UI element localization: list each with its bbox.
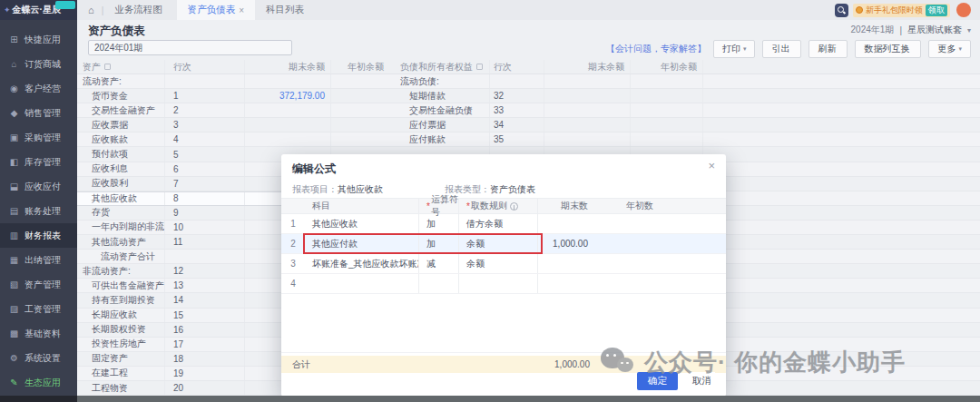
formula-row[interactable]: 1 其他应收款 加 借方余额 bbox=[281, 214, 726, 234]
operator-cell[interactable]: 加 bbox=[419, 234, 459, 253]
sidebar-item-label: 生态应用 bbox=[24, 377, 61, 389]
sidebar-nav: ⊞ 快捷应用 ⌂ 订货商城 ◉ 客户经营 ◆ 销售管理 bbox=[0, 20, 77, 395]
row-item-name: 在建工程 bbox=[77, 367, 165, 380]
subject-cell[interactable] bbox=[305, 274, 419, 293]
tab-close-icon[interactable]: × bbox=[239, 5, 244, 15]
expert-help-link[interactable]: 【会计问题，专家解答】 bbox=[606, 43, 706, 55]
row-ending-balance[interactable] bbox=[245, 103, 331, 117]
close-icon[interactable]: × bbox=[708, 160, 715, 172]
search-icon[interactable] bbox=[835, 4, 848, 17]
confirm-button[interactable]: 确定 bbox=[637, 372, 678, 390]
rule-cell[interactable] bbox=[459, 274, 538, 293]
row-ending-balance[interactable] bbox=[245, 118, 331, 132]
table-row[interactable]: 应收账款 4 bbox=[77, 132, 395, 147]
promo-action-button[interactable]: 领取 bbox=[926, 5, 947, 16]
sidebar-item[interactable]: ⌂ 订货商城 bbox=[0, 52, 77, 76]
row-ending-balance[interactable] bbox=[245, 74, 331, 88]
row-item-name: 持有至到期投资 bbox=[77, 293, 165, 307]
rule-cell[interactable]: 借方余额 bbox=[459, 214, 538, 233]
toolbar-button[interactable]: 打印 ▾ bbox=[713, 40, 756, 58]
row-ending-balance[interactable] bbox=[245, 132, 331, 146]
sidebar-item[interactable]: ◧ 库存管理 bbox=[0, 150, 77, 174]
sidebar-item[interactable]: ▣ 采购管理 bbox=[0, 125, 77, 150]
filter-icon[interactable] bbox=[104, 64, 111, 70]
sidebar-item[interactable]: ⬓ 应收应付 bbox=[0, 174, 77, 199]
operator-cell[interactable]: 减 bbox=[419, 254, 459, 273]
info-icon[interactable] bbox=[510, 202, 518, 211]
table-row[interactable]: 流动负债: bbox=[395, 74, 980, 89]
col-beginning-amount: 年初数 bbox=[590, 200, 655, 212]
user-avatar[interactable] bbox=[956, 3, 971, 17]
row-line-no: 33 bbox=[490, 103, 544, 117]
col-subject: 科目 bbox=[305, 199, 419, 213]
formula-row[interactable]: 4 bbox=[281, 274, 726, 294]
row-item-name: 非流动资产: bbox=[77, 264, 165, 278]
sidebar-item-label: 资产管理 bbox=[24, 279, 61, 291]
sidebar-item[interactable]: ◆ 销售管理 bbox=[0, 101, 77, 125]
formula-table-header: 科目 *运算符号 *取数规则 期末数 年初数 bbox=[281, 198, 726, 214]
account-set-selector[interactable]: 星辰测试账套 bbox=[907, 24, 962, 36]
period-input[interactable] bbox=[88, 40, 292, 55]
row-number: 1 bbox=[281, 219, 305, 229]
filter-icon[interactable] bbox=[476, 64, 483, 70]
table-row[interactable]: 应付账款 35 bbox=[395, 132, 980, 147]
sidebar-item[interactable]: ▩ 基础资料 bbox=[0, 321, 77, 346]
tab[interactable]: 资产负债表 × bbox=[177, 0, 255, 20]
toolbar-button[interactable]: 刷新 bbox=[808, 40, 848, 58]
row-ending-balance bbox=[544, 89, 631, 103]
toolbar-button[interactable]: 更多 ▾ bbox=[928, 40, 971, 58]
version-badge bbox=[55, 1, 75, 9]
cancel-button[interactable]: 取消 bbox=[689, 372, 715, 390]
formula-row[interactable]: 3 坏账准备_其他应收款坏账准备 减 余额 bbox=[281, 254, 726, 274]
col-beginning-balance: 年初余额 bbox=[631, 60, 703, 74]
row-line-no: 1 bbox=[165, 89, 245, 103]
formula-row[interactable]: 2 其他应付款 加 余额 1,000.00 bbox=[281, 234, 726, 254]
home-icon[interactable]: ⌂ bbox=[77, 0, 102, 20]
sidebar-item[interactable]: ▨ 工资管理 bbox=[0, 297, 77, 321]
table-row[interactable]: 交易性金融资产 2 bbox=[77, 103, 395, 118]
chevron-down-icon[interactable]: ▾ bbox=[967, 26, 971, 34]
tab[interactable]: 业务流程图 bbox=[103, 0, 177, 20]
quick-apps-icon: ⊞ bbox=[8, 34, 20, 44]
total-label: 合计 bbox=[281, 358, 538, 371]
rule-cell[interactable]: 余额 bbox=[459, 234, 538, 253]
sidebar-item-label: 快捷应用 bbox=[24, 34, 61, 46]
row-item-name: 长期应收款 bbox=[77, 309, 165, 322]
coin-icon bbox=[856, 6, 863, 14]
row-ending-balance bbox=[544, 103, 631, 117]
tab[interactable]: 科目列表 bbox=[255, 0, 318, 20]
operator-cell[interactable]: 加 bbox=[419, 214, 459, 233]
table-row[interactable]: 短期借款 32 bbox=[395, 89, 980, 103]
rule-cell[interactable]: 余额 bbox=[459, 254, 538, 273]
sidebar-item-label: 库存管理 bbox=[24, 156, 61, 169]
sidebar-item[interactable]: ▥ 财务报表 bbox=[0, 223, 77, 248]
row-beginning-balance bbox=[331, 89, 389, 103]
row-item-name: 一年内到期的非流动资产 bbox=[77, 221, 165, 234]
sidebar-item[interactable]: ▤ 账务处理 bbox=[0, 199, 77, 223]
promo-banner[interactable]: 新手礼包限时领 领取 bbox=[853, 4, 950, 17]
table-row[interactable]: 应付票据 34 bbox=[395, 118, 980, 132]
sidebar-item[interactable]: ⊞ 快捷应用 bbox=[0, 27, 77, 52]
row-beginning-balance bbox=[331, 103, 389, 117]
toolbar-button[interactable]: 数据列互换 bbox=[855, 40, 921, 58]
operator-cell[interactable] bbox=[419, 274, 459, 293]
row-item-name: 工程物资 bbox=[77, 381, 165, 395]
table-row[interactable]: 交易性金融负债 33 bbox=[395, 103, 980, 118]
table-row[interactable]: 货币资金 1 372,179.00 bbox=[77, 89, 395, 103]
toolbar-button[interactable]: 引出 bbox=[762, 40, 801, 58]
subject-cell[interactable]: 其他应收款 bbox=[305, 214, 419, 233]
topbar: ⌂ | 业务流程图 资产负债表 × 科目列表 新手礼包限时领 领取 bbox=[77, 0, 980, 20]
sidebar-item[interactable]: ✎ 生态应用 bbox=[0, 370, 77, 395]
table-row[interactable]: 流动资产: bbox=[77, 74, 395, 89]
sidebar-item[interactable]: ▦ 出纳管理 bbox=[0, 248, 77, 272]
subject-cell[interactable]: 坏账准备_其他应收款坏账准备 bbox=[305, 254, 419, 273]
ar-ap-icon: ⬓ bbox=[8, 181, 20, 191]
sidebar-item[interactable]: ▧ 资产管理 bbox=[0, 272, 77, 297]
col-rule: 取数规则 bbox=[471, 200, 507, 212]
subject-cell[interactable]: 其他应付款 bbox=[305, 234, 419, 253]
sidebar-item[interactable]: ⚙ 系统设置 bbox=[0, 346, 77, 370]
sidebar-item[interactable]: ◉ 客户经营 bbox=[0, 76, 77, 101]
logo-star-icon: ✦ bbox=[4, 5, 11, 15]
table-row[interactable]: 应收票据 3 bbox=[77, 118, 395, 132]
row-ending-balance[interactable]: 372,179.00 bbox=[245, 89, 331, 103]
